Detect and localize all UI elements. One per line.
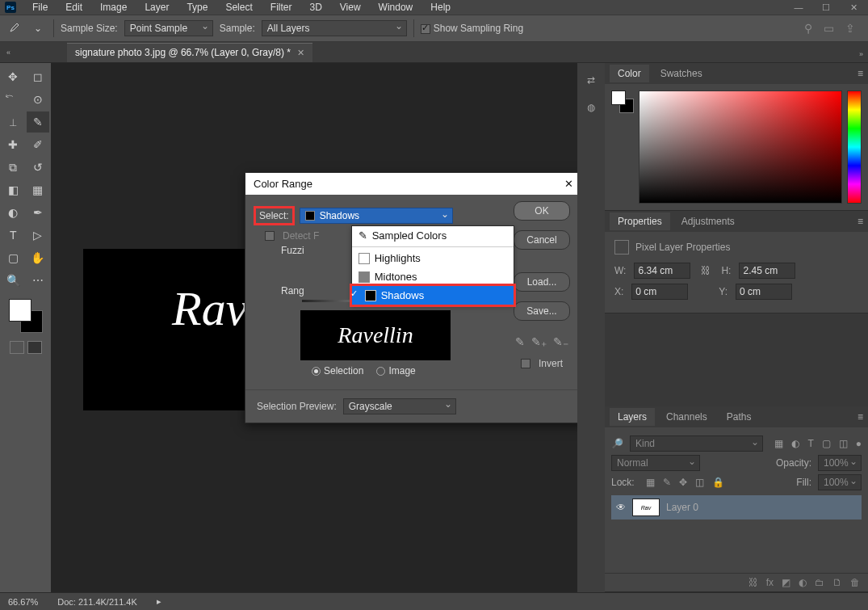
dd-shadows[interactable]: Shadows [352, 286, 514, 305]
menu-layer[interactable]: Layer [136, 0, 177, 15]
menu-edit[interactable]: Edit [57, 0, 90, 15]
filter-adjust-icon[interactable]: ◐ [791, 438, 799, 449]
healing-tool[interactable]: ✚ [2, 134, 25, 155]
delete-layer-icon[interactable]: 🗑 [850, 577, 860, 588]
fill-field[interactable]: 100% [818, 474, 862, 490]
quickmask-icon[interactable] [10, 341, 24, 354]
detect-faces-checkbox[interactable] [265, 231, 275, 241]
tab-properties[interactable]: Properties [610, 212, 670, 230]
lock-artboard-icon[interactable]: ◫ [695, 477, 704, 488]
menu-3d[interactable]: 3D [301, 0, 329, 15]
eyedropper-sample-icon[interactable]: ✎ [515, 335, 525, 348]
status-caret-icon[interactable]: ▸ [157, 596, 161, 607]
status-zoom[interactable]: 66.67% [8, 597, 38, 607]
brush-tool[interactable]: ✐ [27, 134, 50, 155]
save-button[interactable]: Save... [514, 301, 570, 321]
menu-help[interactable]: Help [422, 0, 459, 15]
screenmode-icon[interactable] [27, 341, 42, 354]
lock-pixels-icon[interactable]: ✎ [663, 477, 671, 488]
move-tool[interactable]: ✥ [2, 66, 25, 87]
dd-midtones[interactable]: Midtones [352, 267, 514, 286]
quick-select-tool[interactable]: ⊙ [27, 89, 50, 110]
layer-style-icon[interactable]: fx [766, 577, 774, 588]
invert-checkbox[interactable]: Invert [521, 358, 563, 369]
filter-type-icon[interactable]: T [807, 438, 813, 449]
dropdown-caret-icon[interactable]: ⌄ [29, 19, 47, 37]
menu-file[interactable]: File [24, 0, 56, 15]
eraser-tool[interactable]: ◧ [2, 179, 25, 200]
path-tool[interactable]: ▷ [27, 225, 50, 246]
canvas[interactable]: Ravellin Color Range ✕ Select: [51, 63, 577, 592]
layers-panel-menu-icon[interactable]: ≡ [858, 411, 863, 423]
shape-tool[interactable]: ▢ [2, 247, 25, 268]
sample-select[interactable]: All Layers [262, 20, 407, 36]
dock-history-icon[interactable]: ⇄ [587, 74, 595, 86]
sample-size-select[interactable]: Point Sample [124, 20, 213, 36]
link-layers-icon[interactable]: ⛓ [748, 577, 758, 588]
search-icon[interactable]: ⚲ [804, 22, 812, 35]
width-field[interactable] [634, 263, 690, 279]
gradient-tool[interactable]: ▦ [27, 179, 50, 200]
pen-tool[interactable]: ✒ [27, 202, 50, 223]
maximize-button[interactable]: ☐ [816, 2, 836, 13]
hand-tool[interactable]: ✋ [27, 247, 50, 268]
eyedropper-add-icon[interactable]: ✎₊ [531, 335, 547, 348]
layer-visibility-icon[interactable]: 👁 [616, 502, 626, 513]
lasso-tool[interactable]: ⃔ [2, 89, 25, 110]
collapse-left-icon[interactable]: « [6, 48, 10, 57]
hue-slider[interactable] [847, 90, 862, 204]
y-field[interactable] [736, 284, 792, 300]
marquee-tool[interactable]: ◻ [27, 66, 50, 87]
opacity-field[interactable]: 100% [818, 455, 862, 471]
tab-channels[interactable]: Channels [658, 408, 715, 426]
filter-pixel-icon[interactable]: ▦ [774, 438, 783, 449]
dialog-close-icon[interactable]: ✕ [564, 178, 573, 190]
foreground-background-swatch[interactable] [7, 297, 44, 334]
menu-image[interactable]: Image [92, 0, 135, 15]
lock-all-icon[interactable]: 🔒 [712, 477, 724, 488]
menu-type[interactable]: Type [178, 0, 216, 15]
dodge-tool[interactable]: ◐ [2, 202, 25, 223]
height-field[interactable] [739, 263, 795, 279]
blend-mode-select[interactable]: Normal [611, 455, 700, 471]
tab-color[interactable]: Color [610, 65, 649, 82]
menu-view[interactable]: View [332, 0, 369, 15]
document-close-icon[interactable]: ✕ [297, 48, 304, 58]
clone-tool[interactable]: ⧉ [2, 157, 25, 178]
saturation-picker[interactable] [639, 90, 842, 204]
properties-panel-menu-icon[interactable]: ≡ [858, 216, 863, 227]
close-button[interactable]: ✕ [844, 2, 863, 13]
dock-cc-icon[interactable]: ◍ [587, 102, 595, 113]
adjustment-layer-icon[interactable]: ◐ [799, 577, 807, 588]
filter-smart-icon[interactable]: ◫ [839, 438, 848, 449]
tab-paths[interactable]: Paths [719, 408, 760, 426]
cancel-button[interactable]: Cancel [514, 230, 570, 250]
link-wh-icon[interactable]: ⛓ [698, 264, 713, 277]
collapse-right-icon[interactable]: » [859, 50, 863, 58]
dd-highlights[interactable]: Highlights [352, 249, 514, 267]
color-panel-menu-icon[interactable]: ≡ [858, 68, 863, 79]
lock-transparent-icon[interactable]: ▦ [646, 477, 655, 488]
color-fgbg-swatch[interactable] [611, 90, 634, 113]
history-brush-tool[interactable]: ↺ [27, 157, 50, 178]
selection-radio[interactable]: Selection [312, 365, 363, 377]
menu-window[interactable]: Window [371, 0, 421, 15]
lock-position-icon[interactable]: ✥ [679, 477, 687, 488]
load-button[interactable]: Load... [514, 272, 570, 292]
layer-mask-icon[interactable]: ◩ [782, 577, 790, 588]
filter-toggle-icon[interactable]: ● [856, 438, 862, 449]
layer-row[interactable]: 👁 Rav Layer 0 [611, 495, 862, 520]
workspace-icon[interactable]: ▭ [824, 22, 834, 35]
ok-button[interactable]: OK [514, 201, 570, 221]
menu-filter[interactable]: Filter [262, 0, 300, 15]
dd-sampled-colors[interactable]: ✎ Sampled Colors [352, 226, 514, 245]
document-tab[interactable]: signature photo 3.jpg @ 66.7% (Layer 0, … [67, 43, 312, 62]
crop-tool[interactable]: ⟂ [2, 111, 25, 133]
x-field[interactable] [631, 284, 688, 300]
selection-preview-select[interactable]: Grayscale [343, 398, 456, 414]
eyedropper-tool[interactable]: ✎ [27, 111, 50, 133]
type-tool[interactable]: T [2, 225, 25, 246]
share-icon[interactable]: ⇪ [845, 22, 855, 35]
eyedropper-subtract-icon[interactable]: ✎₋ [553, 335, 568, 348]
menu-select[interactable]: Select [217, 0, 260, 15]
